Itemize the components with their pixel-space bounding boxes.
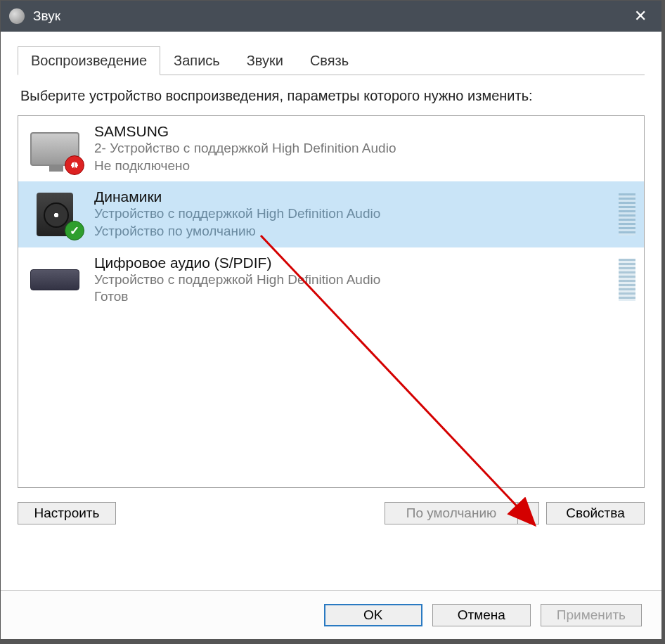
device-name: SAMSUNG xyxy=(94,123,635,140)
properties-button[interactable]: Свойства xyxy=(546,502,645,524)
device-item[interactable]: Цифровое аудио (S/PDIF) Устройство с под… xyxy=(18,247,644,313)
device-desc: Устройство с поддержкой High Definition … xyxy=(94,271,612,289)
level-meter-icon xyxy=(619,259,635,301)
instruction-text: Выберите устройство воспроизведения, пар… xyxy=(20,86,642,105)
tab-recording[interactable]: Запись xyxy=(160,46,233,75)
tab-communications[interactable]: Связь xyxy=(297,46,362,75)
device-name: Динамики xyxy=(94,188,612,205)
monitor-icon xyxy=(27,124,83,174)
disconnected-badge-icon xyxy=(65,155,84,175)
sound-dialog: Звук ✕ Воспроизведение Запись Звуки Связ… xyxy=(0,0,662,640)
close-button[interactable]: ✕ xyxy=(619,1,661,32)
chevron-down-icon[interactable]: ⌵ xyxy=(518,502,539,524)
ok-button[interactable]: OK xyxy=(324,604,422,626)
device-item[interactable]: Динамики Устройство с поддержкой High De… xyxy=(18,181,644,247)
configure-button[interactable]: Настроить xyxy=(18,502,116,524)
titlebar: Звук ✕ xyxy=(1,1,661,32)
speaker-icon xyxy=(27,190,83,239)
device-name: Цифровое аудио (S/PDIF) xyxy=(94,255,612,271)
tab-strip: Воспроизведение Запись Звуки Связь xyxy=(18,44,645,75)
device-status: Готов xyxy=(94,288,612,306)
dialog-footer: OK Отмена Применить xyxy=(1,590,661,639)
lower-button-row: Настроить По умолчанию ⌵ Свойства xyxy=(18,502,645,524)
device-status: Не подключено xyxy=(94,157,635,175)
tab-sounds[interactable]: Звуки xyxy=(233,46,297,75)
device-list[interactable]: SAMSUNG 2- Устройство с поддержкой High … xyxy=(18,115,645,488)
device-desc: Устройство с поддержкой High Definition … xyxy=(94,205,612,223)
content-area: Воспроизведение Запись Звуки Связь Выбер… xyxy=(1,32,661,636)
default-badge-icon xyxy=(65,221,84,240)
device-desc: 2- Устройство с поддержкой High Definiti… xyxy=(94,140,635,157)
tab-playback[interactable]: Воспроизведение xyxy=(18,46,160,75)
device-item[interactable]: SAMSUNG 2- Устройство с поддержкой High … xyxy=(18,116,644,181)
device-status: Устройство по умолчанию xyxy=(94,223,612,240)
level-meter-icon xyxy=(619,193,635,236)
window-title: Звук xyxy=(33,8,60,24)
sound-icon xyxy=(9,8,25,24)
set-default-button[interactable]: По умолчанию xyxy=(385,502,518,524)
spdif-box-icon xyxy=(27,255,83,304)
apply-button[interactable]: Применить xyxy=(541,604,642,626)
cancel-button[interactable]: Отмена xyxy=(432,604,531,626)
set-default-dropdown[interactable]: По умолчанию ⌵ xyxy=(385,502,539,524)
